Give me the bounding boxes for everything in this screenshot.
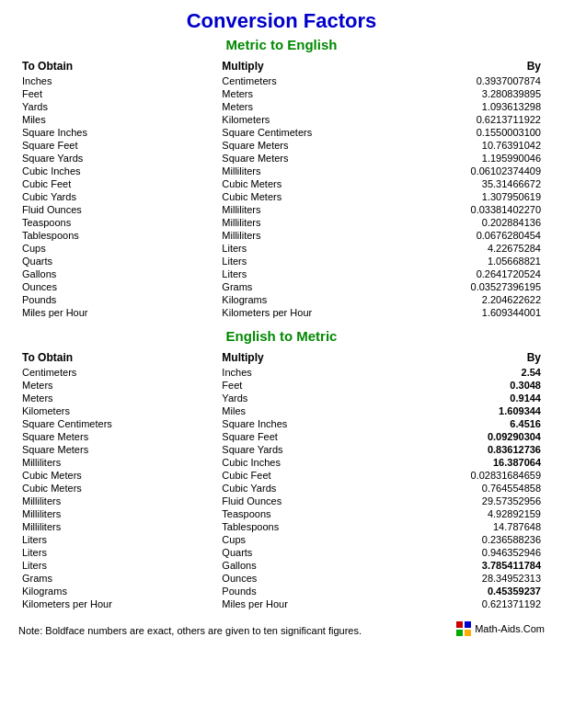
- by-cell: 28.34952313: [403, 572, 545, 585]
- multiply-cell: Meters: [218, 87, 402, 100]
- obtain-cell: Milliliters: [18, 520, 218, 533]
- obtain-cell: Square Meters: [18, 430, 218, 443]
- by-cell: 0.3048: [403, 379, 545, 392]
- multiply-cell: Kilometers per Hour: [218, 306, 402, 319]
- by-cell: 0.9144: [403, 392, 545, 404]
- multiply-cell: Miles: [218, 404, 402, 417]
- obtain-cell: Ounces: [18, 280, 218, 293]
- multiply-cell: Miles per Hour: [218, 597, 402, 610]
- multiply-cell: Ounces: [218, 572, 402, 585]
- multiply-cell: Liters: [218, 242, 402, 255]
- by-cell: 1.195990046: [403, 152, 545, 165]
- obtain-cell: Liters: [18, 546, 218, 559]
- by-cell: 6.4516: [403, 417, 545, 430]
- table-row: Kilograms Pounds 0.45359237: [18, 585, 545, 597]
- multiply-cell: Teaspoons: [218, 507, 402, 520]
- table-row: Square Yards Square Meters 1.195990046: [18, 152, 545, 165]
- multiply-cell: Square Centimeters: [218, 126, 402, 139]
- obtain-cell: Grams: [18, 572, 218, 585]
- by-cell: 1.05668821: [403, 255, 545, 267]
- table-row: Meters Feet 0.3048: [18, 379, 545, 392]
- by-cell: 14.787648: [403, 520, 545, 533]
- obtain-cell: Cubic Meters: [18, 469, 218, 482]
- by-cell: 3.785411784: [403, 559, 545, 572]
- multiply-cell: Tablespoons: [218, 520, 402, 533]
- table-row: Pounds Kilograms 2.204622622: [18, 293, 545, 306]
- table-row: Kilometers per Hour Miles per Hour 0.621…: [18, 597, 545, 610]
- multiply-cell: Square Yards: [218, 443, 402, 456]
- table-row: Liters Gallons 3.785411784: [18, 559, 545, 572]
- obtain-cell: Milliliters: [18, 495, 218, 507]
- multiply-cell: Liters: [218, 267, 402, 280]
- by-cell: 0.946352946: [403, 546, 545, 559]
- obtain-cell: Fluid Ounces: [18, 203, 218, 216]
- obtain-cell: Milliliters: [18, 456, 218, 469]
- multiply-cell: Meters: [218, 100, 402, 113]
- multiply-cell: Cubic Meters: [218, 177, 402, 190]
- multiply-cell: Cubic Inches: [218, 456, 402, 469]
- multiply-cell: Milliliters: [218, 165, 402, 177]
- by-cell: 1.093613298: [403, 100, 545, 113]
- multiply-cell: Kilometers: [218, 113, 402, 126]
- table-row: Centimeters Inches 2.54: [18, 366, 545, 379]
- multiply-cell: Kilograms: [218, 293, 402, 306]
- obtain-cell: Cubic Inches: [18, 165, 218, 177]
- by-cell: 4.22675284: [403, 242, 545, 255]
- table-row: Quarts Liters 1.05668821: [18, 255, 545, 267]
- multiply-cell: Milliliters: [218, 203, 402, 216]
- col-header-multiply-2: Multiply: [218, 349, 402, 366]
- table-row: Meters Yards 0.9144: [18, 392, 545, 404]
- svg-rect-3: [465, 630, 471, 636]
- multiply-cell: Grams: [218, 280, 402, 293]
- table-row: Miles per Hour Kilometers per Hour 1.609…: [18, 306, 545, 319]
- multiply-cell: Pounds: [218, 585, 402, 597]
- section1-heading: Metric to English: [18, 37, 545, 52]
- obtain-cell: Square Inches: [18, 126, 218, 139]
- table-row: Square Inches Square Centimeters 0.15500…: [18, 126, 545, 139]
- metric-to-english-section: Metric to English To Obtain Multiply By …: [18, 37, 545, 319]
- col-header-by-2: By: [403, 349, 545, 366]
- multiply-cell: Square Feet: [218, 430, 402, 443]
- table-row: Milliliters Tablespoons 14.787648: [18, 520, 545, 533]
- multiply-cell: Cubic Feet: [218, 469, 402, 482]
- by-cell: 3.280839895: [403, 87, 545, 100]
- table-row: Feet Meters 3.280839895: [18, 87, 545, 100]
- table-row: Cubic Inches Milliliters 0.06102374409: [18, 165, 545, 177]
- obtain-cell: Square Yards: [18, 152, 218, 165]
- obtain-cell: Gallons: [18, 267, 218, 280]
- table-row: Cubic Meters Cubic Yards 0.764554858: [18, 482, 545, 495]
- obtain-cell: Pounds: [18, 293, 218, 306]
- by-cell: 0.764554858: [403, 482, 545, 495]
- table-row: Liters Cups 0.236588236: [18, 533, 545, 546]
- table-row: Inches Centimeters 0.3937007874: [18, 74, 545, 87]
- multiply-cell: Cubic Meters: [218, 190, 402, 203]
- multiply-cell: Quarts: [218, 546, 402, 559]
- obtain-cell: Square Meters: [18, 443, 218, 456]
- page-title: Conversion Factors: [18, 9, 545, 33]
- table-row: Milliliters Fluid Ounces 29.57352956: [18, 495, 545, 507]
- obtain-cell: Square Centimeters: [18, 417, 218, 430]
- col-header-obtain-1: To Obtain: [18, 58, 218, 74]
- obtain-cell: Cubic Meters: [18, 482, 218, 495]
- by-cell: 4.92892159: [403, 507, 545, 520]
- table-row: Cubic Yards Cubic Meters 1.307950619: [18, 190, 545, 203]
- table-row: Cubic Meters Cubic Feet 0.02831684659: [18, 469, 545, 482]
- svg-rect-2: [456, 630, 463, 636]
- branding: Math-Aids.Com: [456, 621, 545, 636]
- multiply-cell: Cubic Yards: [218, 482, 402, 495]
- col-header-obtain-2: To Obtain: [18, 349, 218, 366]
- obtain-cell: Centimeters: [18, 366, 218, 379]
- table-row: Miles Kilometers 0.6213711922: [18, 113, 545, 126]
- obtain-cell: Inches: [18, 74, 218, 87]
- by-cell: 1.609344001: [403, 306, 545, 319]
- col-header-multiply-1: Multiply: [218, 58, 402, 74]
- by-cell: 0.202884136: [403, 216, 545, 229]
- table-row: Kilometers Miles 1.609344: [18, 404, 545, 417]
- obtain-cell: Square Feet: [18, 139, 218, 152]
- by-cell: 0.621371192: [403, 597, 545, 610]
- obtain-cell: Cubic Feet: [18, 177, 218, 190]
- english-to-metric-section: English to Metric To Obtain Multiply By …: [18, 328, 545, 610]
- by-cell: 1.609344: [403, 404, 545, 417]
- svg-rect-0: [456, 621, 463, 628]
- obtain-cell: Feet: [18, 87, 218, 100]
